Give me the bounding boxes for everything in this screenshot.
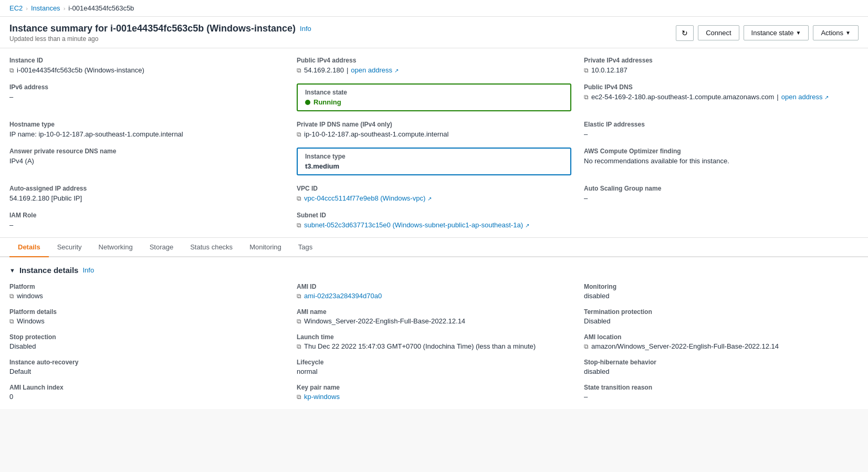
copy-platform-icon[interactable]: ⧉	[9, 292, 14, 300]
copy-launch-time-icon[interactable]: ⧉	[297, 343, 301, 350]
detail-stop-protection-label: Stop protection	[9, 333, 284, 341]
detail-auto-recovery-value: Default	[9, 368, 284, 375]
field-vpc-id-value: ⧉ vpc-04ccc5114f77e9eb8 (Windows-vpc) ↗	[297, 194, 571, 202]
field-private-ipv4: Private IPv4 addresses ⧉ 10.0.12.187	[584, 57, 859, 74]
actions-chevron: ▼	[845, 30, 851, 36]
copy-public-dns-icon[interactable]: ⧉	[584, 93, 589, 101]
copy-vpc-icon[interactable]: ⧉	[297, 195, 301, 202]
state-running: Running	[305, 98, 563, 106]
refresh-button[interactable]: ↻	[676, 25, 694, 41]
detail-ami-location-value: ⧉ amazon/Windows_Server-2022-English-Ful…	[584, 342, 859, 350]
instance-state-box: Instance state Running	[297, 83, 571, 111]
actions-label: Actions	[821, 29, 843, 37]
tab-security[interactable]: Security	[49, 238, 90, 257]
field-iam-role-label: IAM Role	[9, 212, 284, 219]
details-grid: Platform ⧉ windows AMI ID ⧉ ami-02d23a28…	[9, 283, 859, 401]
detail-platform-label: Platform	[9, 283, 284, 290]
connect-label: Connect	[706, 29, 731, 37]
field-answer-dns-value: IPv4 (A)	[9, 157, 284, 165]
detail-launch-time-label: Launch time	[297, 333, 571, 341]
copy-ami-id-icon[interactable]: ⧉	[297, 292, 301, 300]
collapse-icon[interactable]: ▼	[9, 267, 15, 274]
actions-button[interactable]: Actions ▼	[813, 25, 859, 40]
field-subnet-id: Subnet ID ⧉ subnet-052c3d637713c15e0 (Wi…	[297, 212, 571, 229]
field-auto-scaling-label: Auto Scaling Group name	[584, 185, 859, 192]
breadcrumb-current: i-001e44354fc563c5b	[68, 4, 134, 12]
detail-ami-launch-index-value: 0	[9, 393, 284, 401]
field-ipv6: IPv6 address –	[9, 83, 284, 111]
detail-monitoring-value: disabled	[584, 292, 859, 300]
field-optimizer-value: No recommendations available for this in…	[584, 157, 859, 165]
detail-stop-protection-value: Disabled	[9, 342, 284, 350]
detail-key-pair-value: ⧉ kp-windows	[297, 393, 571, 401]
vpc-id-link[interactable]: vpc-04ccc5114f77e9eb8 (Windows-vpc) ↗	[304, 194, 432, 202]
field-public-ipv4-value: ⧉ 54.169.2.180 | open address ↗	[297, 66, 571, 74]
ami-id-link[interactable]: ami-02d23a284394d70a0	[304, 292, 382, 300]
field-private-dns-label: Private IP DNS name (IPv4 only)	[297, 121, 571, 128]
field-instance-id-value: ⧉ i-001e44354fc563c5b (Windows-instance)	[9, 66, 284, 74]
detail-key-pair: Key pair name ⧉ kp-windows	[297, 384, 571, 401]
detail-ami-id-value: ⧉ ami-02d23a284394d70a0	[297, 292, 571, 300]
copy-platform-details-icon[interactable]: ⧉	[9, 318, 14, 325]
field-private-dns: Private IP DNS name (IPv4 only) ⧉ ip-10-…	[297, 121, 571, 138]
detail-lifecycle-value: normal	[297, 368, 571, 375]
section-title: ▼ Instance details Info	[9, 266, 94, 275]
tab-status-checks[interactable]: Status checks	[182, 238, 241, 257]
detail-platform-details-label: Platform details	[9, 308, 284, 316]
instance-type-box: Instance type t3.medium	[297, 148, 571, 175]
tab-details[interactable]: Details	[9, 238, 49, 257]
field-instance-id-label: Instance ID	[9, 57, 284, 64]
open-address-link[interactable]: open address ↗	[351, 66, 398, 74]
tab-storage[interactable]: Storage	[141, 238, 182, 257]
subnet-id-link[interactable]: subnet-052c3d637713c15e0 (Windows-subnet…	[304, 221, 529, 229]
section-title-text: Instance details	[19, 266, 79, 275]
detail-auto-recovery: Instance auto-recovery Default	[9, 359, 284, 375]
field-auto-ip-value: 54.169.2.180 [Public IP]	[9, 194, 284, 202]
field-public-ipv4-label: Public IPv4 address	[297, 57, 571, 64]
detail-termination: Termination protection Disabled	[584, 308, 859, 325]
connect-button[interactable]: Connect	[698, 25, 739, 40]
detail-platform-details-value: ⧉ Windows	[9, 317, 284, 325]
copy-key-pair-icon[interactable]: ⧉	[297, 393, 301, 401]
detail-ami-name-label: AMI name	[297, 308, 571, 316]
breadcrumb-instances[interactable]: Instances	[31, 4, 60, 12]
field-public-dns-value: ⧉ ec2-54-169-2-180.ap-southeast-1.comput…	[584, 93, 859, 101]
detail-ami-location-label: AMI location	[584, 333, 859, 341]
breadcrumb: EC2 › Instances › i-001e44354fc563c5b	[0, 0, 868, 17]
field-auto-ip: Auto-assigned IP address 54.169.2.180 [P…	[9, 185, 284, 202]
copy-private-dns-icon[interactable]: ⧉	[297, 131, 301, 138]
copy-private-ipv4-icon[interactable]: ⧉	[584, 67, 589, 74]
field-elastic-ip-value: –	[584, 130, 859, 138]
tab-tags[interactable]: Tags	[290, 238, 321, 257]
tab-monitoring[interactable]: Monitoring	[241, 238, 290, 257]
key-pair-link[interactable]: kp-windows	[304, 393, 340, 401]
section-info-link[interactable]: Info	[82, 266, 94, 274]
copy-public-ipv4-icon[interactable]: ⧉	[297, 67, 301, 74]
field-instance-id: Instance ID ⧉ i-001e44354fc563c5b (Windo…	[9, 57, 284, 74]
detail-lifecycle-label: Lifecycle	[297, 359, 571, 366]
field-public-dns-label: Public IPv4 DNS	[584, 83, 859, 91]
detail-ami-id: AMI ID ⧉ ami-02d23a284394d70a0	[297, 283, 571, 300]
field-ipv6-value: –	[9, 93, 284, 101]
detail-state-transition: State transition reason –	[584, 384, 859, 401]
instance-state-label: Instance state	[751, 29, 794, 37]
copy-ami-location-icon[interactable]: ⧉	[584, 343, 589, 350]
detail-termination-label: Termination protection	[584, 308, 859, 316]
field-public-ipv4: Public IPv4 address ⧉ 54.169.2.180 | ope…	[297, 57, 571, 74]
instance-state-button[interactable]: Instance state ▼	[744, 25, 809, 40]
field-private-dns-value: ⧉ ip-10-0-12-187.ap-southeast-1.compute.…	[297, 130, 571, 138]
detail-ami-launch-index-label: AMI Launch index	[9, 384, 284, 391]
copy-ami-name-icon[interactable]: ⧉	[297, 318, 301, 325]
detail-monitoring-label: Monitoring	[584, 283, 859, 290]
tab-networking[interactable]: Networking	[90, 238, 141, 257]
copy-instance-id-icon[interactable]: ⧉	[9, 67, 14, 74]
breadcrumb-ec2[interactable]: EC2	[9, 4, 23, 12]
page-title-info[interactable]: Info	[300, 25, 311, 33]
field-public-dns: Public IPv4 DNS ⧉ ec2-54-169-2-180.ap-so…	[584, 83, 859, 111]
detail-ami-id-label: AMI ID	[297, 283, 571, 290]
breadcrumb-sep-1: ›	[26, 5, 28, 12]
field-empty-6-3	[584, 212, 859, 229]
open-public-dns-link[interactable]: open address ↗	[781, 93, 829, 101]
field-optimizer-label: AWS Compute Optimizer finding	[584, 148, 859, 155]
copy-subnet-icon[interactable]: ⧉	[297, 222, 301, 229]
